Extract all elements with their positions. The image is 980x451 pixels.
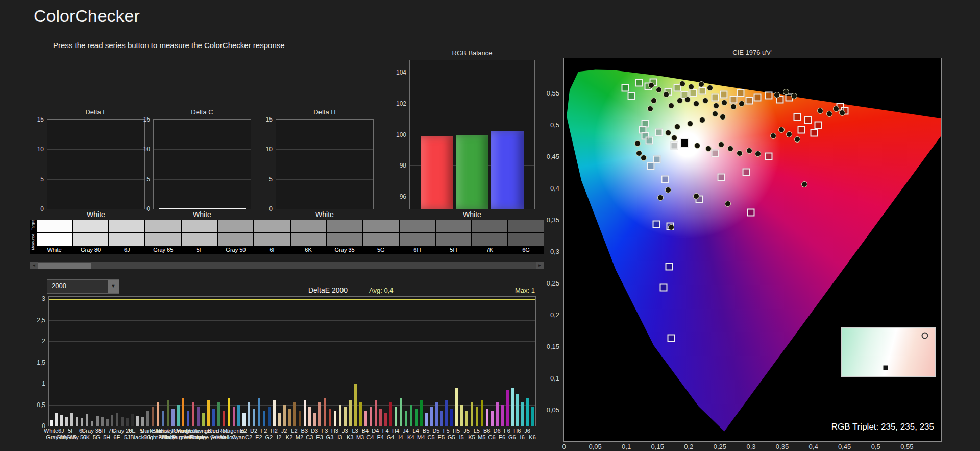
x-tick-label: C3 <box>306 434 313 440</box>
patch-column[interactable]: 6K <box>291 220 326 254</box>
deltae-bar <box>288 409 291 426</box>
chevron-down-icon[interactable]: ▼ <box>108 280 119 293</box>
deltae-bar <box>248 402 250 426</box>
x-tick-label: Gray 20 <box>112 428 132 434</box>
patch-column[interactable]: 6G <box>508 220 544 254</box>
plot-area <box>154 120 251 209</box>
measurement-marker <box>657 195 664 201</box>
deltae-bar <box>375 400 377 426</box>
deltae-bar <box>486 409 488 426</box>
target-marker <box>737 89 744 97</box>
deltae-bar <box>430 407 433 426</box>
colorchecker-patch-strip: Target Measured WhiteGray 806JGray 655FG… <box>30 220 544 254</box>
x-tick-label: L3 <box>352 428 358 434</box>
measurement-marker <box>651 98 657 104</box>
x-tick-label: 5I <box>140 428 144 434</box>
deltae-bar <box>318 402 321 426</box>
measurement-marker <box>693 101 699 107</box>
target-marker <box>652 220 660 228</box>
measurement-marker <box>718 141 724 148</box>
patch-column[interactable]: 5H <box>436 220 471 254</box>
deltae-bar <box>116 413 118 426</box>
patch-column[interactable]: Gray 65 <box>145 220 181 254</box>
x-tick-label: Blue sky <box>152 428 174 434</box>
delta-h-chart: Delta H 151050 White <box>276 119 374 209</box>
deltae-bar <box>491 411 494 426</box>
patch-column[interactable]: 5F <box>182 220 217 254</box>
cie-chart-title: CIE 1976 u'v' <box>564 49 941 56</box>
measurement-marker <box>694 143 700 149</box>
target-marker <box>798 126 805 134</box>
patch-column[interactable]: Gray 50 <box>218 220 253 254</box>
patch-column[interactable]: 5G <box>363 220 399 254</box>
measurement-marker <box>707 85 713 91</box>
deltae-bar <box>329 409 331 426</box>
deltae-bar <box>278 413 281 426</box>
x-tick-label: C4 <box>366 434 374 440</box>
target-line <box>49 384 535 384</box>
deltae-bar <box>212 409 215 426</box>
y-axis-ticks: 32,521,510,50 <box>31 297 49 426</box>
measured-swatch <box>145 233 181 246</box>
patch-column[interactable]: 6H <box>400 220 435 254</box>
measured-swatch <box>218 233 253 246</box>
patch-column[interactable]: 7K <box>472 220 507 254</box>
target-marker <box>717 174 725 181</box>
y-tick-label: 10 <box>266 146 273 153</box>
x-tick-label: Red <box>218 428 228 434</box>
patch-label: White <box>37 247 72 253</box>
target-swatch <box>37 220 72 232</box>
scrollbar-thumb[interactable] <box>38 263 91 269</box>
deltae-bar <box>91 421 93 426</box>
deltae-bar <box>476 407 478 426</box>
deltae-bar <box>395 407 397 426</box>
deltae-bar <box>50 420 53 426</box>
patch-label: 5H <box>436 247 471 253</box>
x-tick-label: Blue <box>208 428 219 434</box>
measurement-marker <box>794 136 800 143</box>
x-tick-label: J3 <box>342 428 348 434</box>
x-tick-label: H2 <box>271 428 278 434</box>
target-swatch <box>363 220 399 232</box>
measurement-marker <box>668 224 674 230</box>
deltae-formula-dropdown[interactable]: 2000 ▼ <box>47 279 119 294</box>
deltae-avg-value: Avg: 0,4 <box>369 287 393 294</box>
scrollbar-track[interactable] <box>38 262 536 269</box>
x-tick-label: 0,25 <box>714 443 726 450</box>
target-swatch <box>218 220 253 232</box>
x-tick-label: E2 <box>255 434 262 440</box>
x-tick-label: E4 <box>377 434 383 440</box>
y-tick-label: 15 <box>266 116 273 123</box>
dropdown-value[interactable]: 2000 <box>47 280 108 293</box>
x-tick-label: 0,5 <box>871 443 880 450</box>
measurement-marker <box>725 201 731 207</box>
patch-column[interactable]: 6J <box>109 220 144 254</box>
target-marker <box>671 142 678 150</box>
deltae-bar <box>65 417 68 426</box>
patch-column[interactable]: Gray 35 <box>327 220 362 254</box>
patch-column[interactable]: Gray 80 <box>73 220 108 254</box>
patch-column[interactable]: 6I <box>254 220 289 254</box>
plot-area <box>49 297 535 426</box>
x-tick-label: C2 <box>245 434 252 440</box>
deltae-bar <box>304 400 306 426</box>
deltae-bar <box>136 416 139 426</box>
x-tick-label: Gray 80 <box>46 434 66 440</box>
x-tick-label: 5G <box>93 434 101 440</box>
y-tick-label: 0,5 <box>37 401 45 409</box>
y-tick-label: 98 <box>400 162 406 169</box>
y-tick-label: 2 <box>42 338 45 345</box>
delta-l-chart: Delta L 151050 White <box>47 119 145 209</box>
patch-column[interactable]: White <box>37 220 72 254</box>
target-marker <box>668 334 675 342</box>
target-marker <box>627 92 635 100</box>
x-tick-label: F3 <box>322 428 328 434</box>
plot-area <box>47 120 144 209</box>
deltae-bar <box>425 413 428 426</box>
x-tick-label: H4 <box>392 428 399 434</box>
scroll-left-arrow-icon[interactable]: ◄ <box>30 262 38 269</box>
patch-strip-scrollbar[interactable]: ◄ ► <box>30 262 544 269</box>
gridline <box>49 363 535 363</box>
target-marker <box>646 137 653 145</box>
deltae-bar <box>228 398 230 426</box>
